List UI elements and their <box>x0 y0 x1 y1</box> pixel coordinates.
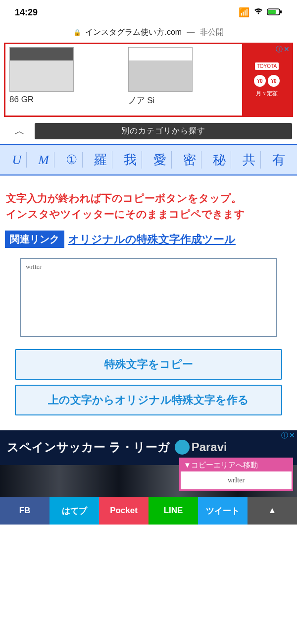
scroll-top-button[interactable]: ▲ <box>248 497 297 525</box>
char-item[interactable]: M <box>33 152 54 168</box>
share-hatena[interactable]: はてブ <box>50 497 99 525</box>
status-time: 14:29 <box>15 7 38 18</box>
char-item[interactable]: 有 <box>267 151 290 169</box>
collapse-bar: ︿ 別のカテゴリから探す <box>0 123 297 139</box>
ad-close-icon[interactable]: ✕ <box>284 45 290 54</box>
ad-brand-tag: TOYOTA <box>255 62 279 70</box>
ad-banner-bottom[interactable]: ⓘ ✕ スペインサッカー ラ・リーガ Paravi ▼コピーエリアへ移動 wrI… <box>0 430 297 525</box>
svg-rect-2 <box>280 10 282 13</box>
browser-url-bar[interactable]: 🔒 インスタグラム使い方.com — 非公開 <box>0 25 297 43</box>
instruction-text: 文字入力が終われば下のコピーボタンをタップ。 インスタやツイッターにそのままコピ… <box>0 176 297 231</box>
wifi-icon <box>253 7 263 18</box>
ad-banner-top[interactable]: 86 GR ノア Si TOYOTA ¥0 ¥0 月々定額 ⓘ ✕ <box>4 43 293 117</box>
car-image-2 <box>128 47 193 92</box>
car-label-1: 86 GR <box>9 95 120 105</box>
create-original-button[interactable]: 上の文字からオリジナル特殊文字を作る <box>15 385 282 415</box>
car-image-1 <box>9 47 74 92</box>
share-line[interactable]: LINE <box>148 497 198 525</box>
char-item[interactable]: 我 <box>119 151 142 169</box>
ad-price-circles: ¥0 ¥0 <box>254 75 280 87</box>
signal-icon: 📶 <box>239 7 249 18</box>
char-item[interactable]: 密 <box>178 151 201 169</box>
status-indicators: 📶 <box>239 7 282 18</box>
char-item[interactable]: ① <box>61 152 83 168</box>
share-twitter[interactable]: ツイート <box>198 497 248 525</box>
output-textarea[interactable]: wrIter <box>20 258 277 337</box>
ad-car-cell-1[interactable]: 86 GR <box>5 44 124 116</box>
ad-controls: ⓘ ✕ <box>276 45 290 54</box>
ad-info-icon[interactable]: ⓘ <box>281 431 288 440</box>
char-item[interactable]: 秘 <box>208 151 231 169</box>
ad-car-cell-2[interactable]: ノア Si <box>124 44 243 116</box>
char-item[interactable]: 羅 <box>89 151 112 169</box>
car-label-2: ノア Si <box>128 95 239 106</box>
char-item[interactable]: U <box>7 152 27 168</box>
special-char-strip: U M ① 羅 我 愛 密 秘 共 有 <box>0 144 297 176</box>
share-pocket[interactable]: Pocket <box>99 497 148 525</box>
related-label: 関連リンク <box>5 231 64 248</box>
paravi-orb-icon <box>175 440 190 455</box>
lock-icon: 🔒 <box>73 29 81 36</box>
ad-month-text: 月々定額 <box>256 90 278 97</box>
ad-brand-box[interactable]: TOYOTA ¥0 ¥0 月々定額 <box>242 44 292 116</box>
collapse-chevron-icon[interactable]: ︿ <box>5 124 35 138</box>
svg-rect-1 <box>268 10 276 14</box>
char-item[interactable]: 共 <box>238 151 261 169</box>
url-privacy: 非公開 <box>200 28 224 36</box>
copy-area-header[interactable]: ▼コピーエリアへ移動 <box>181 459 292 471</box>
related-link-row: 関連リンク オリジナルの特殊文字作成ツール <box>0 231 297 254</box>
battery-icon <box>267 7 282 18</box>
status-bar: 14:29 📶 <box>0 0 297 25</box>
copy-area-body: wrIter <box>181 471 292 489</box>
char-item[interactable]: 愛 <box>148 151 172 169</box>
share-facebook[interactable]: FB <box>0 497 50 525</box>
url-domain: インスタグラム使い方.com <box>85 28 182 36</box>
category-strip[interactable]: 別のカテゴリから探す <box>35 123 292 139</box>
ad-controls-bottom: ⓘ ✕ <box>281 431 295 440</box>
copy-area-popup[interactable]: ▼コピーエリアへ移動 wrIter <box>179 458 293 491</box>
copy-button[interactable]: 特殊文字をコピー <box>15 349 282 380</box>
related-link[interactable]: オリジナルの特殊文字作成ツール <box>68 232 236 247</box>
paravi-logo: Paravi <box>175 440 227 455</box>
ad-info-icon[interactable]: ⓘ <box>276 45 283 54</box>
ad-close-icon[interactable]: ✕ <box>289 431 295 440</box>
share-bar: FB はてブ Pocket LINE ツイート ▲ <box>0 497 297 525</box>
